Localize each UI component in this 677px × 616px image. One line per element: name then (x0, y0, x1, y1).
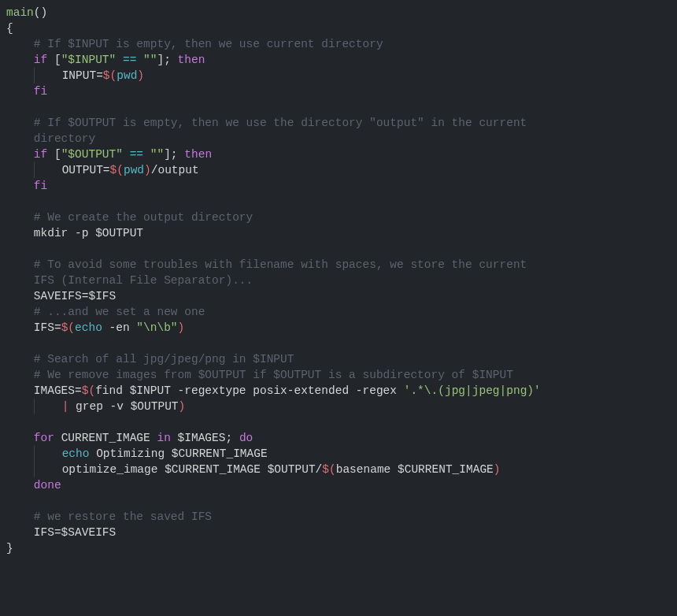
comment: # If $OUTPUT is empty, then we use the d… (34, 117, 534, 129)
code-line: IMAGES=$(find $INPUT -regextype posix-ex… (6, 384, 547, 397)
comment: directory (34, 132, 95, 145)
code-editor[interactable]: main() { # If $INPUT is empty, then we u… (0, 5, 677, 556)
code-line: main() (6, 6, 47, 19)
code-line: optimize_image $CURRENT_IMAGE $OUTPUT/$(… (6, 463, 501, 476)
code-line: OUTPUT=$(pwd)/output (6, 164, 199, 176)
code-line: echo Optimizing $CURRENT_IMAGE (6, 447, 268, 460)
code-line: fi (6, 180, 47, 192)
keyword-for: for (34, 432, 54, 444)
code-line: # we restore the saved IFS (6, 510, 212, 523)
code-line: done (6, 479, 61, 492)
code-line: INPUT=$(pwd) (6, 69, 144, 82)
keyword-if: if (34, 54, 47, 66)
code-line: } (6, 542, 13, 555)
code-line (6, 416, 13, 429)
code-line (6, 195, 13, 208)
code-line: { (6, 22, 13, 35)
code-line: # If $OUTPUT is empty, then we use the d… (6, 117, 534, 129)
keyword-fi: fi (34, 85, 47, 98)
comment: # To avoid some troubles with filename w… (34, 258, 534, 271)
function-name: main (6, 6, 34, 19)
code-line: # We remove images from $OUTPUT if $OUTP… (6, 369, 513, 381)
comment: # If $INPUT is empty, then we use curren… (34, 38, 383, 50)
code-line: IFS=$SAVEIFS (6, 526, 116, 539)
comment: # Search of all jpg/jpeg/png in $INPUT (34, 353, 294, 366)
comment: # we restore the saved IFS (34, 510, 212, 523)
comment: # We remove images from $OUTPUT if $OUTP… (34, 369, 513, 381)
code-line (6, 101, 13, 113)
code-line: IFS=$(echo -en "\n\b") (6, 321, 184, 334)
code-line: # To avoid some troubles with filename w… (6, 258, 534, 271)
code-line: SAVEIFS=$IFS (6, 290, 116, 302)
code-line (6, 495, 13, 507)
code-line: # Search of all jpg/jpeg/png in $INPUT (6, 353, 294, 366)
keyword-done: done (34, 479, 61, 492)
keyword-then: then (178, 54, 205, 66)
code-line: | grep -v $OUTPUT) (6, 400, 185, 413)
code-line: if ["$INPUT" == ""]; then (6, 54, 205, 66)
code-line: IFS (Internal File Separator)... (6, 274, 253, 287)
code-line (6, 243, 13, 255)
comment: # We create the output directory (34, 211, 253, 224)
code-line: directory (6, 132, 95, 145)
code-line: mkdir -p $OUTPUT (6, 227, 143, 239)
comment: # ...and we set a new one (34, 306, 205, 318)
code-line: if ["$OUTPUT" == ""]; then (6, 148, 212, 161)
code-line: fi (6, 85, 47, 98)
code-line: # We create the output directory (6, 211, 253, 224)
code-line: for CURRENT_IMAGE in $IMAGES; do (6, 432, 253, 444)
code-line: # ...and we set a new one (6, 306, 205, 318)
code-line (6, 337, 13, 350)
code-line: # If $INPUT is empty, then we use curren… (6, 38, 383, 50)
comment: IFS (Internal File Separator)... (34, 274, 253, 287)
